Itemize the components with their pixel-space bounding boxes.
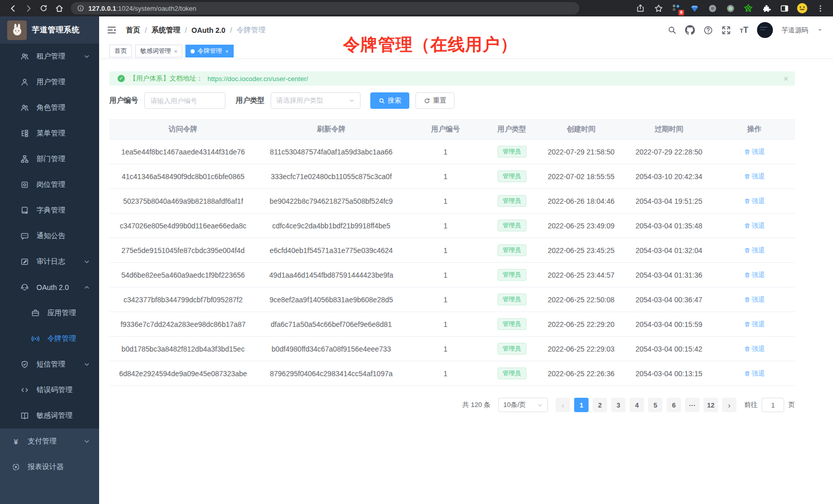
browser-back-icon[interactable] — [5, 2, 21, 15]
page-button[interactable]: 1 — [574, 398, 589, 412]
gem-extension-icon[interactable] — [689, 3, 700, 14]
force-logout-button[interactable]: 强退 — [744, 270, 765, 280]
sidebar-item[interactable]: 菜单管理 — [0, 121, 99, 146]
help-icon[interactable] — [704, 26, 713, 35]
user-id-cell: 1 — [406, 345, 485, 353]
bookmark-star-icon[interactable] — [653, 3, 664, 14]
user-type-select[interactable]: 请选择用户类型 — [271, 92, 361, 109]
jump-page-input[interactable] — [762, 398, 784, 412]
browser-menu-dots-icon[interactable] — [815, 3, 826, 14]
force-logout-button[interactable]: 强退 — [744, 295, 765, 304]
sidebar-item[interactable]: OAuth 2.0 — [0, 275, 99, 300]
access-token-cell: 41c41346a548490f9dc8b01c6bfe0865 — [109, 172, 257, 181]
alert-close-icon[interactable]: ✕ — [783, 75, 789, 83]
github-icon[interactable] — [685, 25, 695, 35]
sidebar-item[interactable]: 报表设计器 — [0, 454, 99, 480]
fullscreen-icon[interactable] — [722, 26, 731, 35]
user-type-badge: 管理员 — [498, 343, 526, 355]
breadcrumb-item[interactable]: OAuth 2.0 — [192, 26, 225, 34]
create-time-cell: 2022-06-25 22:26:36 — [538, 370, 624, 378]
address-bar[interactable]: 127.0.0.1:1024/system/oauth2/token — [71, 2, 579, 14]
user-menu-caret-icon[interactable] — [817, 27, 823, 33]
tab-item[interactable]: 首页 — [109, 45, 132, 57]
sidebar-item[interactable]: 用户管理 — [0, 69, 99, 95]
doc-link[interactable]: https://doc.iocoder.cn/user-center/ — [207, 75, 308, 83]
force-logout-button[interactable]: 强退 — [744, 147, 765, 157]
sidebar-item[interactable]: 应用管理 — [0, 300, 99, 326]
sidebar-item[interactable]: 字典管理 — [0, 198, 99, 223]
force-logout-button[interactable]: 强退 — [744, 172, 765, 181]
sidebar-item-label: OAuth 2.0 — [36, 283, 69, 292]
pagination-ellipsis[interactable]: ··· — [685, 398, 699, 412]
page-button[interactable]: 3 — [611, 398, 626, 412]
sidebar-item[interactable]: 角色管理 — [0, 95, 99, 121]
reset-button[interactable]: 重置 — [415, 92, 455, 109]
page-button[interactable]: 5 — [648, 398, 662, 412]
sidebar-item-label: 审计日志 — [36, 257, 65, 266]
collapse-sidebar-icon[interactable] — [107, 25, 117, 35]
gray-extension-icon[interactable] — [707, 3, 718, 14]
refresh-token-cell: 333ecfc71e02480cb11055c875c3ca0f — [257, 172, 406, 181]
force-logout-button[interactable]: 强退 — [744, 369, 765, 378]
browser-reload-icon[interactable] — [36, 2, 51, 15]
doc-alert-banner: ✓ 【用户体系】文档地址： https://doc.iocoder.cn/use… — [109, 71, 795, 86]
search-icon[interactable] — [668, 26, 676, 34]
table-row: b0d1785bc3a8482f812db4a3f3bd15ecb0df4980… — [109, 337, 795, 361]
force-logout-button[interactable]: 强退 — [744, 221, 765, 230]
tab-active[interactable]: 令牌管理× — [185, 45, 233, 57]
browser-toolbar: 127.0.0.1:1024/system/oauth2/token 9 — [0, 0, 833, 16]
sidebar-item[interactable]: 令牌管理 — [0, 326, 99, 352]
sidebar-item[interactable]: 租户管理 — [0, 44, 99, 69]
browser-forward-icon[interactable] — [21, 2, 36, 15]
force-logout-button[interactable]: 强退 — [744, 246, 765, 255]
puzzle-extensions-icon[interactable] — [761, 3, 772, 14]
side-panel-icon[interactable] — [779, 3, 790, 14]
sidebar-item[interactable]: 短信管理 — [0, 352, 99, 377]
token-icon — [31, 335, 40, 343]
sidebar-item[interactable]: 错误码管理 — [0, 377, 99, 403]
extension-blocks-icon[interactable]: 9 — [671, 3, 682, 14]
page-button[interactable]: 6 — [667, 398, 681, 412]
green-dot-extension-icon[interactable] — [725, 3, 736, 14]
green-star-extension-icon[interactable] — [743, 3, 754, 14]
sidebar-item[interactable]: 部门管理 — [0, 146, 99, 172]
sidebar-item[interactable]: 通知公告 — [0, 223, 99, 249]
tab-item[interactable]: 敏感词管理× — [135, 45, 182, 57]
font-size-icon[interactable]: TT — [740, 26, 748, 35]
page-size-select[interactable]: 10条/页 — [498, 398, 548, 412]
page-button[interactable]: 12 — [704, 398, 718, 412]
share-icon[interactable] — [635, 3, 646, 14]
tab-close-icon[interactable]: × — [225, 48, 228, 54]
breadcrumb-item[interactable]: 首页 — [126, 26, 140, 35]
force-logout-button[interactable]: 强退 — [744, 344, 765, 354]
sidebar-item[interactable]: 敏感词管理 — [0, 403, 99, 429]
breadcrumb-item: 令牌管理 — [237, 26, 266, 35]
sidebar-item[interactable]: 岗位管理 — [0, 172, 99, 198]
site-info-icon[interactable] — [77, 5, 84, 12]
page-button[interactable]: 2 — [593, 398, 607, 412]
sidebar-item[interactable]: ¥支付管理 — [0, 429, 99, 454]
chevron-down-icon — [84, 53, 90, 60]
table-row: 275e5de9151045fe87cbdc395e004f4de6cfd40e… — [109, 238, 795, 263]
table-row: 6d842e2924594de9a09e45e087323abe8796295f… — [109, 361, 795, 386]
user-avatar[interactable] — [757, 22, 773, 38]
user-id-input[interactable] — [144, 92, 225, 109]
force-logout-button[interactable]: 强退 — [744, 197, 765, 206]
tab-close-icon[interactable]: × — [174, 48, 177, 54]
app-logo[interactable]: 芋道管理系统 — [0, 16, 99, 44]
sidebar-item[interactable]: 审计日志 — [0, 249, 99, 275]
create-time-cell: 2022-06-25 22:50:08 — [538, 296, 624, 304]
logo-rabbit-icon — [7, 21, 27, 40]
refresh-token-cell: b0df4980ffd34c67a08f9156e4eee733 — [257, 345, 406, 353]
prev-page-button[interactable]: ‹ — [556, 398, 570, 412]
access-token-cell: b0d1785bc3a8482f812db4a3f3bd15ec — [109, 345, 257, 353]
breadcrumb-item[interactable]: 系统管理 — [152, 26, 180, 35]
browser-home-icon[interactable] — [51, 2, 67, 15]
search-button[interactable]: 搜索 — [370, 92, 409, 109]
next-page-button[interactable]: › — [722, 398, 736, 412]
profile-avatar-icon[interactable] — [797, 3, 808, 14]
force-logout-button[interactable]: 强退 — [744, 320, 765, 329]
username[interactable]: 芋道源码 — [782, 26, 808, 35]
page-button[interactable]: 4 — [630, 398, 644, 412]
create-time-cell: 2022-07-29 21:58:50 — [538, 148, 624, 156]
